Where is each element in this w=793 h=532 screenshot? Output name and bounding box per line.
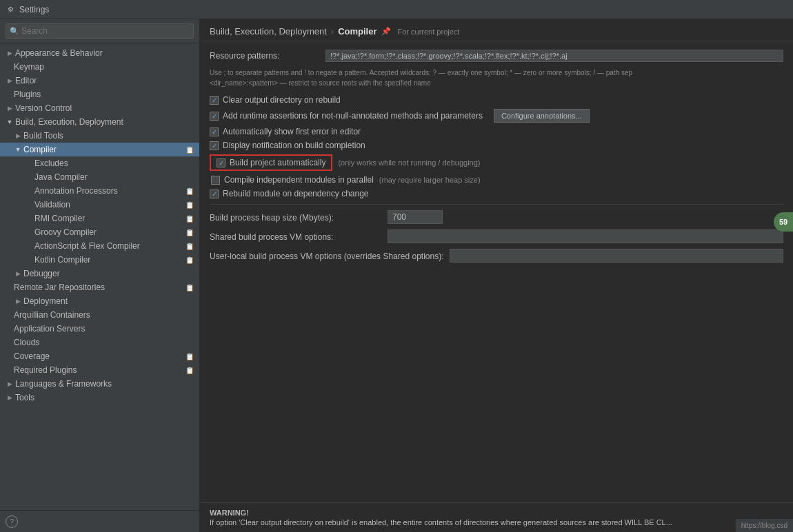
sidebar-item-tools[interactable]: ▶ Tools (0, 391, 199, 405)
checkbox-compile-parallel-cb[interactable] (211, 176, 220, 185)
sidebar-item-rmi-compiler[interactable]: RMI Compiler 📋 (0, 212, 199, 225)
sidebar-item-kotlin-compiler[interactable]: Kotlin Compiler 📋 (0, 253, 199, 267)
sidebar-item-groovy-compiler[interactable]: Groovy Compiler 📋 (0, 225, 199, 239)
checkbox-add-runtime-label: Add runtime assertions for not-null-anno… (223, 111, 483, 121)
search-icon: 🔍 (10, 27, 19, 36)
resource-patterns-row: Resource patterns: (210, 50, 783, 62)
help-button[interactable]: ? (6, 515, 18, 528)
copy-icon: 📋 (185, 367, 194, 374)
expand-arrow-icon: ▶ (14, 132, 22, 140)
sidebar-bottom: ? (0, 510, 199, 532)
resource-patterns-input[interactable] (325, 50, 783, 62)
sidebar-item-label: Required Plugins (14, 365, 185, 375)
checkbox-rebuild-module: Rebuild module on dependency change (210, 189, 783, 198)
breadcrumb-current: Compiler (338, 26, 377, 37)
expand-arrow-icon: ▼ (14, 145, 22, 154)
title-bar: ⚙ Settings (0, 0, 793, 19)
sidebar-item-clouds[interactable]: Clouds (0, 336, 199, 349)
sidebar-item-remote-jar[interactable]: Remote Jar Repositories 📋 (0, 280, 199, 294)
checkbox-build-auto-highlighted: Build project automatically (210, 154, 332, 171)
expand-arrow-icon: ▶ (6, 49, 14, 57)
sidebar-item-actionscript[interactable]: ActionScript & Flex Compiler 📋 (0, 239, 199, 253)
configure-annotations-button[interactable]: Configure annotations... (494, 109, 590, 123)
checkbox-clear-output-label: Clear output directory on rebuild (223, 95, 341, 105)
user-local-vm-input[interactable] (450, 249, 784, 263)
copy-icon: 📋 (185, 201, 194, 209)
sidebar-item-label: Kotlin Compiler (34, 255, 185, 265)
heap-size-label: Build process heap size (Mbytes): (210, 212, 382, 223)
pin-icon: 📌 (381, 27, 391, 36)
floating-badge: 59 (774, 212, 793, 232)
sidebar-item-version-control[interactable]: ▶ Version Control (0, 101, 199, 115)
sidebar-item-languages[interactable]: ▶ Languages & Frameworks (0, 377, 199, 391)
expand-arrow-icon: ▶ (6, 380, 14, 388)
copy-icon: 📋 (185, 353, 194, 360)
expand-arrow-icon: ▶ (14, 269, 22, 278)
checkbox-clear-output-cb[interactable] (210, 96, 219, 105)
checkbox-display-notification: Display notification on build completion (210, 141, 783, 150)
checkbox-auto-show-cb[interactable] (210, 127, 219, 136)
checkbox-clear-output: Clear output directory on rebuild (210, 95, 783, 105)
resource-patterns-hint: Use ; to separate patterns and ! to nega… (210, 68, 783, 88)
checkbox-display-notification-cb[interactable] (210, 141, 219, 150)
sidebar-item-arquillian[interactable]: Arquillian Containers (0, 308, 199, 322)
breadcrumb-separator: › (331, 26, 334, 37)
sidebar-item-annotation-processors[interactable]: Annotation Processors 📋 (0, 184, 199, 198)
checkbox-compile-parallel-row: Compile independent modules in parallel … (210, 175, 783, 185)
user-local-vm-row: User-local build process VM options (ove… (210, 249, 783, 263)
sidebar-item-appearance[interactable]: ▶ Appearance & Behavior (0, 46, 199, 60)
sidebar-item-label: Build, Execution, Deployment (15, 117, 194, 127)
shared-vm-row: Shared build process VM options: (210, 229, 783, 243)
sidebar-item-label: ActionScript & Flex Compiler (34, 241, 185, 251)
sidebar-item-coverage[interactable]: Coverage 📋 (0, 349, 199, 363)
sidebar-item-app-servers[interactable]: Application Servers (0, 322, 199, 336)
sidebar-item-label: Validation (34, 200, 185, 209)
expand-arrow-icon: ▶ (14, 297, 22, 305)
checkbox-auto-show-label: Automatically show first error in editor (223, 127, 361, 136)
resource-patterns-label: Resource patterns: (210, 50, 320, 61)
sidebar-item-build-tools[interactable]: ▶ Build Tools (0, 129, 199, 143)
sidebar-item-label: Build Tools (23, 131, 194, 141)
content-body: Resource patterns: Use ; to separate pat… (200, 41, 793, 502)
shared-vm-input[interactable] (388, 229, 783, 243)
sidebar-item-java-compiler[interactable]: Java Compiler (0, 170, 199, 184)
checkbox-rebuild-module-cb[interactable] (210, 190, 219, 198)
sidebar-item-label: Arquillian Containers (14, 310, 194, 320)
sidebar-item-excludes[interactable]: Excludes (0, 156, 199, 170)
sidebar-item-compiler[interactable]: ▼ Compiler 📋 (0, 143, 199, 156)
warning-section: WARNING! If option 'Clear output directo… (200, 502, 793, 532)
warning-title: WARNING! (210, 509, 783, 517)
sidebar-item-keymap[interactable]: Keymap (0, 60, 199, 74)
sidebar-item-label: Coverage (14, 351, 185, 361)
checkbox-rebuild-module-label: Rebuild module on dependency change (223, 189, 369, 198)
sidebar-item-build-exec-deploy[interactable]: ▼ Build, Execution, Deployment (0, 115, 199, 129)
sidebar-item-debugger[interactable]: ▶ Debugger (0, 267, 199, 280)
sidebar-item-label: Tools (15, 393, 194, 402)
checkbox-add-runtime: Add runtime assertions for not-null-anno… (210, 109, 783, 123)
warning-text: If option 'Clear output directory on reb… (210, 518, 783, 526)
checkbox-build-auto-cb[interactable] (217, 158, 225, 167)
copy-icon: 📋 (185, 229, 194, 236)
sidebar-item-label: Appearance & Behavior (15, 48, 194, 58)
sidebar-item-validation[interactable]: Validation 📋 (0, 198, 199, 212)
checkbox-auto-show: Automatically show first error in editor (210, 127, 783, 136)
sidebar-item-editor[interactable]: ▶ Editor (0, 74, 199, 88)
heap-size-input[interactable] (388, 210, 443, 224)
url-label: https://blog.csd (736, 519, 793, 532)
checkbox-add-runtime-cb[interactable] (210, 112, 219, 121)
sidebar: 🔍 ▶ Appearance & Behavior Keymap ▶ Edito… (0, 19, 200, 532)
copy-icon: 📋 (185, 215, 194, 223)
sidebar-item-deployment[interactable]: ▶ Deployment (0, 294, 199, 308)
sidebar-item-plugins[interactable]: Plugins (0, 88, 199, 101)
settings-copy-icon: 📋 (185, 146, 194, 154)
sidebar-item-required-plugins[interactable]: Required Plugins 📋 (0, 363, 199, 377)
sidebar-item-label: Application Servers (14, 324, 194, 334)
sidebar-item-label: Keymap (14, 62, 194, 72)
content-header: Build, Execution, Deployment › Compiler … (200, 19, 793, 41)
sidebar-item-label: Groovy Compiler (34, 227, 185, 237)
sidebar-item-label: Annotation Processors (34, 186, 185, 196)
shared-vm-label: Shared build process VM options: (210, 231, 382, 242)
search-input[interactable] (6, 23, 194, 39)
checkbox-compile-parallel-label: Compile independent modules in parallel (224, 175, 374, 185)
build-auto-note: (only works while not running / debuggin… (338, 158, 480, 167)
